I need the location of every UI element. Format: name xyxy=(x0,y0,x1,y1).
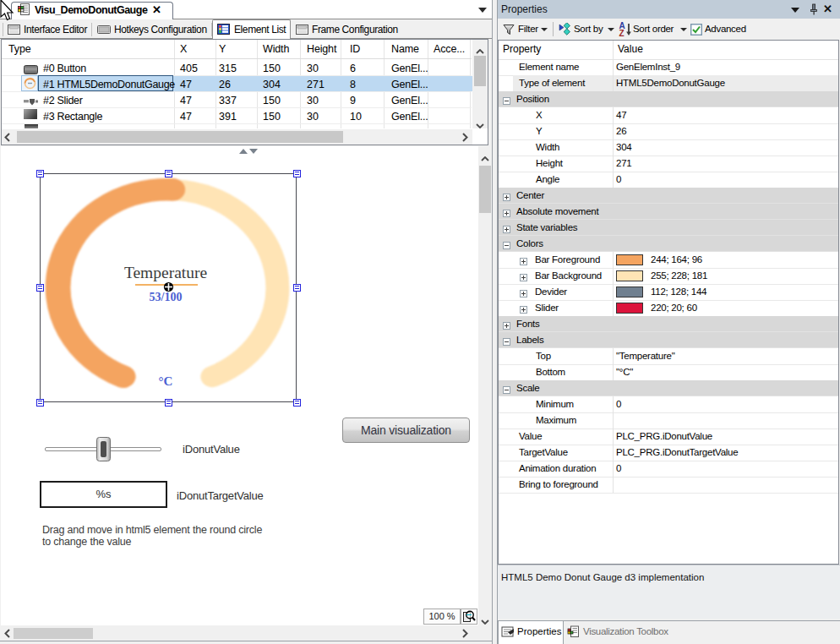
svg-text:Z: Z xyxy=(619,29,625,37)
